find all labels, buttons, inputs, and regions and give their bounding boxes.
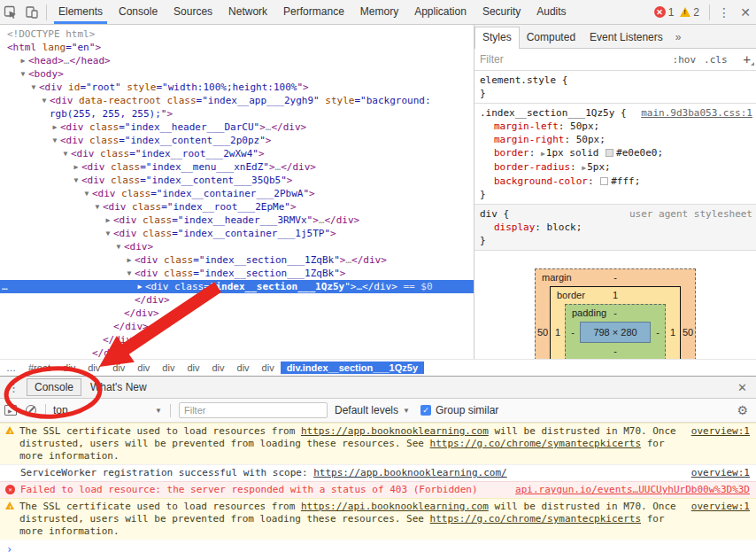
breadcrumb-item[interactable]: div [57,362,81,374]
collapse-arrow-icon[interactable]: ▼ [124,267,135,280]
collapse-arrow-icon[interactable]: ▼ [39,94,50,107]
frame-context-select[interactable]: top ▼ [50,404,166,416]
tree-row[interactable]: ▼<div class="index__root___2EpMe"> [0,200,474,214]
tree-row[interactable]: rgb(255, 255, 255);"> [0,107,474,121]
breadcrumb-item[interactable]: #root [22,362,57,374]
message-link[interactable]: https://app.booknooklearning.com/ [313,467,507,478]
error-badge[interactable]: ✕ 1 [654,6,675,19]
breadcrumb-item[interactable]: … [0,362,22,374]
collapse-arrow-icon[interactable]: ▼ [60,147,71,160]
tab-performance[interactable]: Performance [275,0,352,24]
group-similar-checkbox[interactable]: ✓ [420,405,431,416]
color-swatch[interactable] [606,149,613,157]
collapse-arrow-icon[interactable]: ▼ [92,200,103,214]
tab-sources[interactable]: Sources [166,0,220,24]
tab-memory[interactable]: Memory [352,0,406,24]
more-tabs-icon[interactable]: » [670,27,687,48]
drawer-tab-console[interactable]: Console [27,378,81,396]
sidebar-tab-styles[interactable]: Styles [474,27,520,49]
new-style-rule-button[interactable]: + [736,52,751,66]
css-property[interactable]: border-radius: ▶5px; [480,160,752,175]
css-property[interactable]: border: ▶1px solid #e0e0e0; [480,146,752,160]
tree-row[interactable]: ▼<div class="index__container___1j5TP"> [0,227,474,240]
message-link[interactable]: https://api.booknooklearning.com [301,501,489,512]
expand-arrow-icon[interactable]: ▶ [18,54,28,67]
css-property[interactable]: background-color: #fff; [480,175,752,188]
tree-row[interactable]: </div> [0,307,474,320]
drawer-tab-what-s-new[interactable]: What's New [83,379,154,395]
stylesheet-link[interactable]: main.9d3ba053.css:1 [641,106,752,120]
tab-elements[interactable]: Elements [50,0,111,24]
more-options-icon[interactable]: ⋮ [714,1,735,24]
inspect-element-icon[interactable] [0,1,21,24]
console-sidebar-icon[interactable] [4,405,17,416]
css-property[interactable]: margin-right: 50px; [480,133,752,146]
tree-row[interactable]: ▼<body> [0,67,474,81]
breadcrumb-item[interactable]: div [106,362,131,374]
expand-arrow-icon[interactable]: ▶ [50,121,60,134]
tree-row[interactable]: ▼<div class="index__root___2wXw4"> [0,147,474,160]
tree-row[interactable]: ▶<div class="index__menu___xnEdZ">…</div… [0,160,474,174]
tree-row[interactable]: ▼<div class="index__section___1ZqBk"> [0,267,474,280]
expand-value-icon[interactable]: ▶ [541,150,545,158]
toggle-class[interactable]: .cls [704,54,728,66]
styles-filter-input[interactable] [480,53,604,66]
collapse-arrow-icon[interactable]: ▼ [113,240,124,253]
tab-audits[interactable]: Audits [528,0,574,24]
collapse-arrow-icon[interactable]: ▼ [50,134,60,147]
rule-selector[interactable]: element.style { [480,74,752,87]
breadcrumb-item[interactable]: div [156,362,181,374]
collapse-arrow-icon[interactable]: ▼ [103,227,113,240]
tab-application[interactable]: Application [406,0,474,24]
tree-row[interactable]: </div> [0,346,474,359]
tree-row[interactable]: ▼<div id="root" style="width:100%;height… [0,81,474,94]
tab-security[interactable]: Security [474,0,528,24]
breadcrumb-item[interactable]: div [205,362,230,374]
close-drawer-icon[interactable]: ✕ [729,381,756,394]
sidebar-tab-event-listeners[interactable]: Event Listeners [582,27,670,48]
rule-selector[interactable]: user agent stylesheetdiv { [480,207,752,221]
tree-row[interactable]: ▶<head>…</head> [0,54,474,67]
sidebar-tab-computed[interactable]: Computed [520,27,582,48]
log-levels-select[interactable]: Default levels ▼ [335,404,410,416]
css-property[interactable]: margin-left: 50px; [480,120,752,133]
drawer-menu-icon[interactable]: ⋮ [0,381,27,394]
expand-value-icon[interactable]: ▶ [582,164,586,172]
tree-row[interactable]: </div> [0,293,474,307]
rule-selector[interactable]: main.9d3ba053.css:1.index__section___1Qz… [480,106,752,120]
breadcrumb-item[interactable]: div [181,362,205,374]
tree-row[interactable]: ▼<div class="index__container___2PbwA"> [0,187,474,200]
tree-row[interactable]: <!DOCTYPE html> [0,27,474,41]
message-link[interactable]: https://app.booknooklearning.com [301,425,489,437]
css-property[interactable]: display: block; [480,221,752,234]
source-link[interactable]: api.raygun.io/events…UUCUyhUrDb00w%3D%3D [515,484,750,496]
tree-row[interactable]: ▼<div> [0,240,474,253]
tree-row-selected[interactable]: …▶<div class="index__section___1Qz5y">…<… [0,280,474,293]
console-settings-icon[interactable]: ⚙ [737,403,748,417]
tree-row[interactable]: <html lang="en"> [0,41,474,54]
tab-console[interactable]: Console [111,0,166,24]
tree-row[interactable]: ▶<div class="index__section___1ZqBk">…</… [0,253,474,267]
expand-arrow-icon[interactable]: ▶ [135,280,145,293]
breadcrumb-item[interactable]: div [81,362,106,374]
tree-row[interactable]: ▼<div class="index__content___35Qb5"> [0,174,474,187]
source-link[interactable]: overview:1 [691,425,750,438]
expand-arrow-icon[interactable]: ▶ [124,253,135,267]
warning-badge[interactable]: 2 [680,6,699,19]
tree-row[interactable]: </div> [0,320,474,333]
expand-arrow-icon[interactable]: ▶ [71,160,81,174]
toggle-hover-state[interactable]: :hov [673,54,697,66]
breadcrumb-item[interactable]: div [131,362,156,374]
breadcrumb-item[interactable]: div [231,362,256,374]
close-devtools-icon[interactable]: ✕ [735,1,756,24]
collapse-arrow-icon[interactable]: ▼ [71,174,81,187]
device-toolbar-icon[interactable] [21,1,42,24]
breadcrumb-item[interactable]: div.index__section___1Qz5y [281,362,424,374]
collapse-arrow-icon[interactable]: ▼ [18,67,28,81]
color-swatch[interactable] [600,177,608,185]
console-prompt-chevron[interactable]: › [0,540,756,552]
collapse-arrow-icon[interactable]: ▼ [28,81,39,94]
source-link[interactable]: overview:1 [691,467,750,479]
message-link[interactable]: https://g.co/chrome/symantecpkicerts [430,513,641,525]
expand-arrow-icon[interactable]: ▶ [103,214,113,227]
